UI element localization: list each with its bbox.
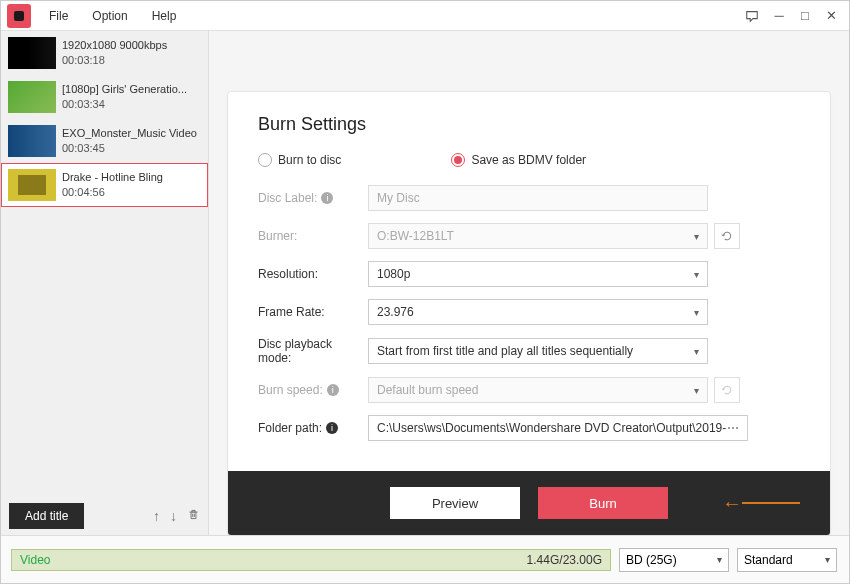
folder-path-select[interactable]: C:\Users\ws\Documents\Wondershare DVD Cr…	[368, 415, 748, 441]
disc-type-select[interactable]: BD (25G)▾	[619, 548, 729, 572]
chevron-down-icon: ▾	[694, 307, 699, 318]
field-label: Resolution:	[258, 267, 318, 281]
status-bar: Video 1.44G/23.00G BD (25G)▾ Standard▾	[1, 535, 849, 583]
disc-label-input[interactable]: My Disc	[368, 185, 708, 211]
chevron-down-icon: ▾	[717, 554, 722, 565]
radio-dot-icon	[451, 153, 465, 167]
move-up-icon[interactable]: ↑	[153, 508, 160, 524]
video-title: 1920x1080 9000kbps	[62, 38, 167, 53]
field-label: Frame Rate:	[258, 305, 325, 319]
video-duration: 00:03:34	[62, 97, 187, 112]
preview-button[interactable]: Preview	[390, 487, 520, 519]
content-area: Burn Settings Burn to disc Save as BDMV …	[209, 31, 849, 535]
info-icon[interactable]: i	[326, 422, 338, 434]
burn-button[interactable]: Burn	[538, 487, 668, 519]
titlebar: File Option Help ─ □ ✕	[1, 1, 849, 31]
burn-speed-select: Default burn speed▾	[368, 377, 708, 403]
video-item[interactable]: [1080p] Girls' Generatio... 00:03:34	[1, 75, 208, 119]
video-thumbnail	[8, 169, 56, 201]
close-button[interactable]: ✕	[823, 8, 839, 23]
row-burn-speed: Burn speed:i Default burn speed▾	[258, 377, 800, 403]
field-label: Burn speed:	[258, 383, 323, 397]
video-list: 1920x1080 9000kbps 00:03:18 [1080p] Girl…	[1, 31, 208, 497]
refresh-button	[714, 377, 740, 403]
menu-option[interactable]: Option	[80, 9, 139, 23]
burner-select: O:BW-12B1LT▾	[368, 223, 708, 249]
radio-label: Burn to disc	[278, 153, 341, 167]
menu-file[interactable]: File	[37, 9, 80, 23]
radio-burn-to-disc[interactable]: Burn to disc	[258, 153, 341, 167]
feedback-icon[interactable]	[745, 9, 761, 23]
menu-bar: File Option Help	[37, 9, 188, 23]
field-label: Disc playback mode:	[258, 337, 368, 365]
row-resolution: Resolution: 1080p▾	[258, 261, 800, 287]
delete-icon[interactable]	[187, 508, 200, 524]
video-duration: 00:04:56	[62, 185, 163, 200]
annotation-arrow-tail	[742, 502, 800, 504]
field-label: Folder path:	[258, 421, 322, 435]
annotation-arrow-icon	[722, 492, 742, 515]
menu-help[interactable]: Help	[140, 9, 189, 23]
frame-rate-select[interactable]: 23.976▾	[368, 299, 708, 325]
info-icon[interactable]: i	[327, 384, 339, 396]
row-folder-path: Folder path:i C:\Users\ws\Documents\Wond…	[258, 415, 800, 441]
chevron-down-icon: ▾	[825, 554, 830, 565]
ellipsis-icon: ⋯	[727, 421, 739, 435]
sidebar-footer: Add title ↑ ↓	[1, 497, 208, 535]
video-item[interactable]: 1920x1080 9000kbps 00:03:18	[1, 31, 208, 75]
chevron-down-icon: ▾	[694, 385, 699, 396]
disc-usage: 1.44G/23.00G	[527, 553, 602, 567]
radio-dot-icon	[258, 153, 272, 167]
output-mode-radios: Burn to disc Save as BDMV folder	[258, 153, 800, 167]
row-frame-rate: Frame Rate: 23.976▾	[258, 299, 800, 325]
video-duration: 00:03:45	[62, 141, 197, 156]
main-area: 1920x1080 9000kbps 00:03:18 [1080p] Girl…	[1, 31, 849, 535]
move-down-icon[interactable]: ↓	[170, 508, 177, 524]
add-title-button[interactable]: Add title	[9, 503, 84, 529]
chevron-down-icon: ▾	[694, 269, 699, 280]
app-icon	[7, 4, 31, 28]
video-title: EXO_Monster_Music Video	[62, 126, 197, 141]
video-title: [1080p] Girls' Generatio...	[62, 82, 187, 97]
chevron-down-icon: ▾	[694, 231, 699, 242]
row-playback-mode: Disc playback mode: Start from first tit…	[258, 337, 800, 365]
video-thumbnail	[8, 81, 56, 113]
chevron-down-icon: ▾	[694, 346, 699, 357]
video-tab-label: Video	[20, 553, 50, 567]
video-item[interactable]: EXO_Monster_Music Video 00:03:45	[1, 119, 208, 163]
panel-title: Burn Settings	[258, 114, 800, 135]
field-label: Disc Label:	[258, 191, 317, 205]
video-size-indicator[interactable]: Video 1.44G/23.00G	[11, 549, 611, 571]
window-controls: ─ □ ✕	[745, 8, 849, 23]
panel-footer: Preview Burn	[228, 471, 830, 535]
info-icon[interactable]: i	[321, 192, 333, 204]
sidebar: 1920x1080 9000kbps 00:03:18 [1080p] Girl…	[1, 31, 209, 535]
refresh-button[interactable]	[714, 223, 740, 249]
video-duration: 00:03:18	[62, 53, 167, 68]
radio-label: Save as BDMV folder	[471, 153, 586, 167]
video-standard-select[interactable]: Standard▾	[737, 548, 837, 572]
playback-mode-select[interactable]: Start from first title and play all titl…	[368, 338, 708, 364]
maximize-button[interactable]: □	[797, 8, 813, 23]
video-thumbnail	[8, 37, 56, 69]
row-burner: Burner: O:BW-12B1LT▾	[258, 223, 800, 249]
minimize-button[interactable]: ─	[771, 8, 787, 23]
video-thumbnail	[8, 125, 56, 157]
burn-settings-panel: Burn Settings Burn to disc Save as BDMV …	[227, 91, 831, 536]
resolution-select[interactable]: 1080p▾	[368, 261, 708, 287]
radio-save-bdmv[interactable]: Save as BDMV folder	[451, 153, 586, 167]
video-item-selected[interactable]: Drake - Hotline Bling 00:04:56	[1, 163, 208, 207]
video-title: Drake - Hotline Bling	[62, 170, 163, 185]
field-label: Burner:	[258, 229, 297, 243]
row-disc-label: Disc Label:i My Disc	[258, 185, 800, 211]
